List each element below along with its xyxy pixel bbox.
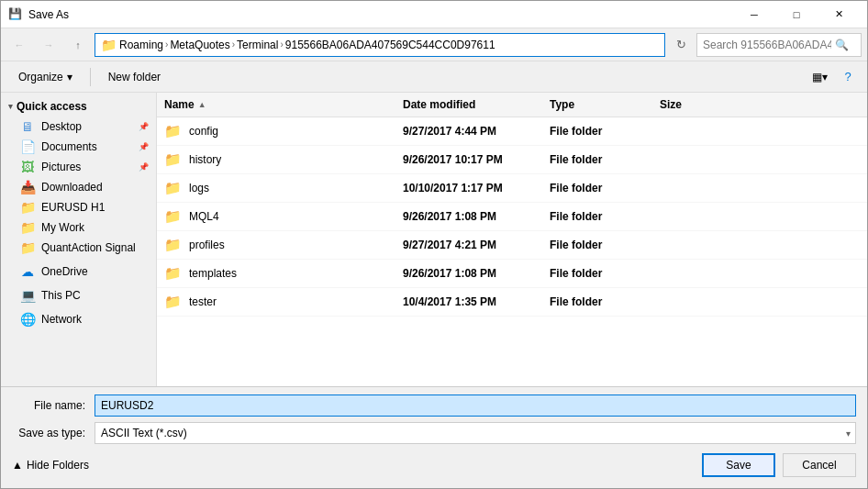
file-name-cell: 📁 config (157, 119, 395, 143)
pictures-icon: 🖼 (19, 160, 36, 174)
file-size-cell (652, 213, 726, 220)
title-bar: 💾 Save As ─ □ ✕ (1, 1, 867, 28)
folder-icon: 📁 (164, 208, 182, 225)
help-button[interactable]: ? (836, 65, 860, 89)
refresh-button[interactable]: ↻ (669, 33, 693, 57)
back-button[interactable]: ← (6, 33, 32, 57)
action-buttons: Save Cancel (702, 450, 856, 481)
main-content: ▾ Quick access 🖥 Desktop 📌 📄 Documents 📌… (1, 93, 867, 386)
quick-access-header[interactable]: ▾ Quick access (1, 96, 156, 117)
sidebar-item-pictures[interactable]: 🖼 Pictures 📌 (1, 157, 156, 177)
sidebar-item-documents[interactable]: 📄 Documents 📌 (1, 137, 156, 157)
address-bar: ← → ↑ 📁 Roaming › MetaQuotes › Terminal … (1, 28, 867, 61)
maximize-button[interactable]: □ (775, 1, 818, 28)
file-date-cell: 10/10/2017 1:17 PM (395, 178, 542, 198)
documents-icon: 📄 (19, 139, 36, 154)
table-row[interactable]: 📁 MQL4 9/26/2017 1:08 PM File folder (157, 203, 867, 231)
thispc-icon: 💻 (19, 288, 36, 303)
sidebar-item-downloaded[interactable]: 📥 Downloaded (1, 177, 156, 197)
mywork-folder-icon: 📁 (19, 220, 36, 235)
sidebar-item-label-downloaded: Downloaded (41, 181, 149, 194)
bottom-section: File name: Save as type: ASCII Text (*.c… (1, 386, 867, 488)
table-row[interactable]: 📁 templates 9/26/2017 1:08 PM File folde… (157, 260, 867, 288)
file-type-cell: File folder (542, 292, 652, 312)
sidebar-item-mywork[interactable]: 📁 My Work (1, 217, 156, 238)
save-as-dialog: 💾 Save As ─ □ ✕ ← → ↑ 📁 Roaming › MetaQu… (0, 0, 868, 489)
sidebar-item-label-mywork: My Work (41, 221, 149, 234)
savetype-select[interactable]: ASCII Text (*.csv)CSV (*.csv)Excel (*.xl… (95, 422, 856, 444)
new-folder-button[interactable]: New folder (98, 65, 171, 89)
onedrive-icon: ☁ (19, 264, 36, 279)
savetype-label: Save as type: (12, 427, 95, 439)
hide-folders-button[interactable]: ▲ Hide Folders (12, 455, 89, 475)
search-input[interactable] (703, 39, 831, 51)
file-size-cell (652, 128, 726, 135)
file-name-cell: 📁 history (157, 148, 395, 172)
table-row[interactable]: 📁 config 9/27/2017 4:44 PM File folder (157, 117, 867, 146)
file-date-cell: 9/26/2017 1:08 PM (395, 206, 542, 227)
file-type-cell: File folder (542, 150, 652, 170)
file-date-cell: 9/26/2017 1:08 PM (395, 263, 542, 283)
table-row[interactable]: 📁 profiles 9/27/2017 4:21 PM File folder (157, 231, 867, 260)
sidebar-item-quantaction[interactable]: 📁 QuantAction Signal (1, 238, 156, 258)
save-button[interactable]: Save (702, 453, 775, 477)
sidebar-item-desktop[interactable]: 🖥 Desktop 📌 (1, 117, 156, 137)
cancel-button[interactable]: Cancel (783, 453, 856, 477)
path-segment-guid: 915566BA06ADA407569C544CC0D97611 (285, 39, 495, 51)
pin-icon: 📌 (139, 122, 149, 131)
sidebar-item-label-network: Network (41, 313, 149, 326)
filename-input[interactable] (95, 395, 856, 417)
quick-access-chevron: ▾ (8, 102, 13, 111)
eurusd-folder-icon: 📁 (19, 200, 36, 215)
up-button[interactable]: ↑ (65, 33, 91, 57)
pin-icon: 📌 (139, 162, 149, 172)
sidebar-item-network[interactable]: 🌐 Network (1, 309, 156, 329)
filename-label: File name: (12, 399, 95, 412)
file-type-cell: File folder (542, 235, 652, 255)
file-date-cell: 9/26/2017 10:17 PM (395, 150, 542, 170)
table-row[interactable]: 📁 history 9/26/2017 10:17 PM File folder (157, 146, 867, 174)
filename-row: File name: (12, 395, 856, 417)
sidebar-item-label-thispc: This PC (41, 289, 149, 302)
window-icon: 💾 (8, 7, 23, 22)
file-type-cell: File folder (542, 121, 652, 141)
view-button[interactable]: ▦ ▾ (807, 65, 832, 89)
address-path[interactable]: 📁 Roaming › MetaQuotes › Terminal › 9155… (95, 33, 665, 57)
file-rows-container: 📁 config 9/27/2017 4:44 PM File folder 📁… (157, 117, 867, 317)
forward-button[interactable]: → (36, 33, 61, 57)
minimize-button[interactable]: ─ (733, 1, 775, 28)
sidebar-item-onedrive[interactable]: ☁ OneDrive (1, 261, 156, 282)
bottom-row: ▲ Hide Folders Save Cancel (12, 450, 856, 481)
file-date-cell: 10/4/2017 1:35 PM (395, 292, 542, 312)
path-segment-terminal: Terminal (237, 39, 278, 51)
file-size-cell (652, 156, 726, 163)
file-size-cell (652, 298, 726, 306)
search-icon: 🔍 (835, 39, 849, 51)
table-row[interactable]: 📁 logs 10/10/2017 1:17 PM File folder (157, 174, 867, 203)
sidebar-item-eurusd[interactable]: 📁 EURUSD H1 (1, 197, 156, 217)
file-list-header: Name ▲ Date modified Type Size (157, 93, 867, 117)
column-type[interactable]: Type (542, 94, 652, 115)
onedrive-section: ☁ OneDrive (1, 261, 156, 282)
file-list: Name ▲ Date modified Type Size 📁 config (157, 93, 867, 386)
file-name-cell: 📁 MQL4 (157, 205, 395, 228)
toolbar-separator (90, 68, 91, 86)
file-size-cell (652, 184, 726, 192)
table-row[interactable]: 📁 tester 10/4/2017 1:35 PM File folder (157, 288, 867, 317)
file-name-cell: 📁 logs (157, 176, 395, 200)
file-type-cell: File folder (542, 206, 652, 227)
column-size[interactable]: Size (652, 94, 726, 115)
sidebar-item-thispc[interactable]: 💻 This PC (1, 285, 156, 306)
folder-icon: 📁 (164, 265, 182, 282)
column-date[interactable]: Date modified (395, 94, 542, 115)
file-date-cell: 9/27/2017 4:21 PM (395, 235, 542, 255)
file-type-cell: File folder (542, 178, 652, 198)
desktop-icon: 🖥 (19, 119, 36, 134)
close-button[interactable]: ✕ (818, 1, 860, 28)
organize-button[interactable]: Organize ▾ (8, 65, 83, 89)
sidebar-item-label-pictures: Pictures (41, 161, 133, 173)
thispc-section: 💻 This PC (1, 285, 156, 306)
window-title: Save As (28, 8, 733, 21)
network-section: 🌐 Network (1, 309, 156, 329)
column-name[interactable]: Name ▲ (157, 94, 395, 115)
